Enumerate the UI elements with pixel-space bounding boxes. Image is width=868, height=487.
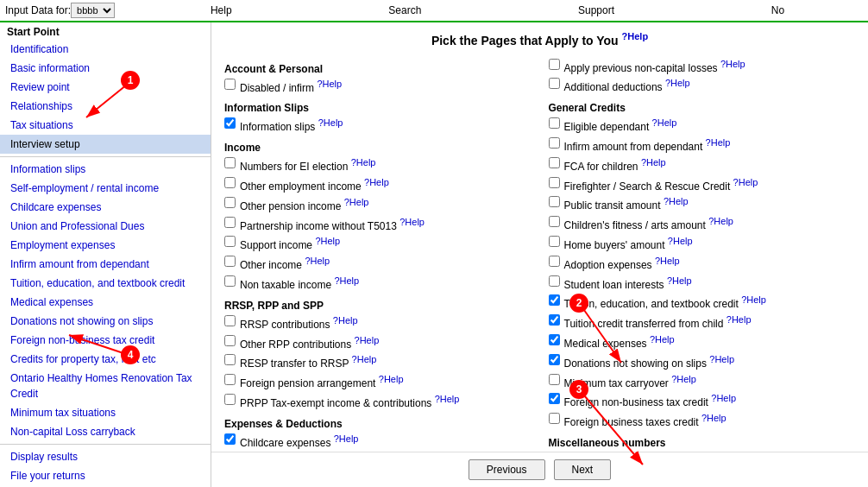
sidebar-item-medical[interactable]: Medical expenses xyxy=(0,293,211,312)
checkbox-resp-transfer[interactable] xyxy=(224,354,236,365)
sidebar-item-relationships[interactable]: Relationships xyxy=(0,97,211,116)
sidebar-item-review-point[interactable]: Review point xyxy=(0,78,211,97)
help-other-employment[interactable]: ?Help xyxy=(364,177,389,187)
help-transit[interactable]: ?Help xyxy=(664,196,689,206)
help-other-pension[interactable]: ?Help xyxy=(344,197,369,207)
checkbox-minimum-tax-carryover[interactable] xyxy=(549,374,560,385)
sidebar-item-credits-property[interactable]: Credits for property tax, rent etc xyxy=(0,350,211,369)
sidebar-item-donations[interactable]: Donations not showing on slips xyxy=(0,312,211,331)
input-data-select[interactable]: bbbb xyxy=(71,3,115,18)
checkbox-ei-election[interactable] xyxy=(224,157,236,168)
checkbox-other-income[interactable] xyxy=(224,256,236,267)
top-bar: Input Data for: bbbb Help Search Support… xyxy=(0,0,868,22)
nav-no[interactable]: No xyxy=(754,4,802,16)
section-income: Income xyxy=(224,142,531,154)
checkbox-donations-slips[interactable] xyxy=(549,354,560,365)
nav-help[interactable]: Help xyxy=(193,4,249,16)
checkbox-home-buyers[interactable] xyxy=(549,236,560,247)
help-additional-deductions[interactable]: ?Help xyxy=(665,78,690,88)
help-non-capital-losses[interactable]: ?Help xyxy=(720,59,745,69)
help-donations-slips[interactable]: ?Help xyxy=(709,354,734,364)
help-tuition-child[interactable]: ?Help xyxy=(726,314,752,325)
checkbox-support-income[interactable] xyxy=(224,236,236,247)
next-button[interactable]: Next xyxy=(554,459,612,480)
help-resp-transfer[interactable]: ?Help xyxy=(352,354,377,364)
sidebar-item-tuition[interactable]: Tuition, education, and textbook credit xyxy=(0,274,211,293)
help-medical-expenses[interactable]: ?Help xyxy=(650,334,675,345)
help-home-buyers[interactable]: ?Help xyxy=(668,236,693,246)
checkbox-firefighter[interactable] xyxy=(549,177,560,188)
checkbox-student-loan[interactable] xyxy=(549,275,560,287)
sidebar-item-interview-setup[interactable]: Interview setup xyxy=(0,135,211,154)
help-foreign-business-taxes[interactable]: ?Help xyxy=(701,413,726,423)
checkbox-infirm-dependant[interactable] xyxy=(549,137,560,149)
checkbox-foreign-business-taxes[interactable] xyxy=(549,413,560,424)
help-support-income[interactable]: ?Help xyxy=(315,236,340,246)
checkbox-transit[interactable] xyxy=(549,196,560,207)
previous-button[interactable]: Previous xyxy=(469,459,545,480)
sidebar-item-infirm-amount[interactable]: Infirm amount from dependant xyxy=(0,255,211,274)
help-firefighter[interactable]: ?Help xyxy=(733,177,758,187)
nav-search[interactable]: Search xyxy=(371,4,438,16)
help-other-income[interactable]: ?Help xyxy=(305,256,330,266)
checkbox-information-slips[interactable] xyxy=(224,117,236,129)
sidebar-item-basic-information[interactable]: Basic information xyxy=(0,59,211,78)
help-foreign-pension[interactable]: ?Help xyxy=(379,374,404,384)
checkbox-foreign-pension[interactable] xyxy=(224,374,236,385)
sidebar-item-file-returns[interactable]: File your returns xyxy=(0,466,211,485)
checkbox-rrsp-contributions[interactable] xyxy=(224,315,236,326)
sidebar-item-identification[interactable]: Identification xyxy=(0,40,211,59)
help-eligible-dependant[interactable]: ?Help xyxy=(652,117,677,128)
checkbox-childcare-expenses[interactable] xyxy=(224,433,236,445)
help-ei-election[interactable]: ?Help xyxy=(351,157,376,168)
sidebar-item-non-capital[interactable]: Non-capital Loss carryback xyxy=(0,422,211,441)
checkbox-disabled-infirm[interactable] xyxy=(224,79,236,90)
sidebar-item-information-slips[interactable]: Information slips xyxy=(0,160,211,179)
sidebar-item-display-results[interactable]: Display results xyxy=(0,447,211,466)
checkbox-tuition-child[interactable] xyxy=(549,314,560,326)
checkbox-fca-children[interactable] xyxy=(549,157,560,168)
help-foreign-non-business[interactable]: ?Help xyxy=(711,393,736,403)
sidebar-item-employment-expenses[interactable]: Employment expenses xyxy=(0,236,211,255)
checkbox-additional-deductions[interactable] xyxy=(549,78,560,89)
checkbox-foreign-non-business[interactable] xyxy=(549,393,560,404)
sidebar-item-childcare[interactable]: Childcare expenses xyxy=(0,198,211,217)
checkbox-partnership-income[interactable] xyxy=(224,217,236,228)
help-adoption[interactable]: ?Help xyxy=(655,256,680,266)
sidebar-item-self-employment[interactable]: Self-employment / rental income xyxy=(0,179,211,198)
help-non-taxable[interactable]: ?Help xyxy=(334,275,359,286)
sidebar-item-ontario-healthy[interactable]: Ontario Healthy Homes Renovation Tax Cre… xyxy=(0,369,211,403)
help-minimum-tax-carryover[interactable]: ?Help xyxy=(671,374,696,384)
sidebar-item-union[interactable]: Union and Professional Dues xyxy=(0,217,211,236)
checkbox-eligible-dependant[interactable] xyxy=(549,117,560,129)
checkbox-other-pension[interactable] xyxy=(224,197,236,208)
checkbox-childrens-fitness[interactable] xyxy=(549,216,560,227)
checkbox-rpp-contributions[interactable] xyxy=(224,335,236,346)
nav-support[interactable]: Support xyxy=(561,4,632,16)
checkbox-other-employment[interactable] xyxy=(224,177,236,188)
section-account-personal: Account & Personal xyxy=(224,63,531,75)
help-rrsp-contributions[interactable]: ?Help xyxy=(333,315,358,326)
sidebar-item-foreign-non-business[interactable]: Foreign non-business tax credit xyxy=(0,331,211,350)
checkbox-adoption[interactable] xyxy=(549,256,560,267)
help-prpp[interactable]: ?Help xyxy=(435,394,460,404)
help-infirm-dependant[interactable]: ?Help xyxy=(706,137,731,148)
help-partnership[interactable]: ?Help xyxy=(399,217,425,227)
help-rpp-contributions[interactable]: ?Help xyxy=(355,335,380,345)
checkbox-tuition-credit[interactable] xyxy=(549,294,560,306)
checkbox-prpp[interactable] xyxy=(224,394,236,405)
help-childcare-expenses[interactable]: ?Help xyxy=(334,433,359,444)
help-information-slips[interactable]: ?Help xyxy=(318,117,343,128)
page-title-help[interactable]: ?Help xyxy=(622,31,649,41)
help-student-loan[interactable]: ?Help xyxy=(667,275,692,286)
help-childrens-fitness[interactable]: ?Help xyxy=(708,216,733,226)
sidebar-section-header: Start Point xyxy=(0,22,211,40)
checkbox-medical-expenses[interactable] xyxy=(549,334,560,345)
sidebar-item-minimum-tax[interactable]: Minimum tax situations xyxy=(0,403,211,422)
help-disabled-infirm[interactable]: ?Help xyxy=(317,79,342,89)
checkbox-non-capital-losses[interactable] xyxy=(549,59,560,70)
checkbox-non-taxable-income[interactable] xyxy=(224,275,236,287)
help-tuition-credit[interactable]: ?Help xyxy=(741,294,766,305)
help-fca-children[interactable]: ?Help xyxy=(641,157,666,168)
sidebar-item-tax-situations[interactable]: Tax situations xyxy=(0,116,211,135)
